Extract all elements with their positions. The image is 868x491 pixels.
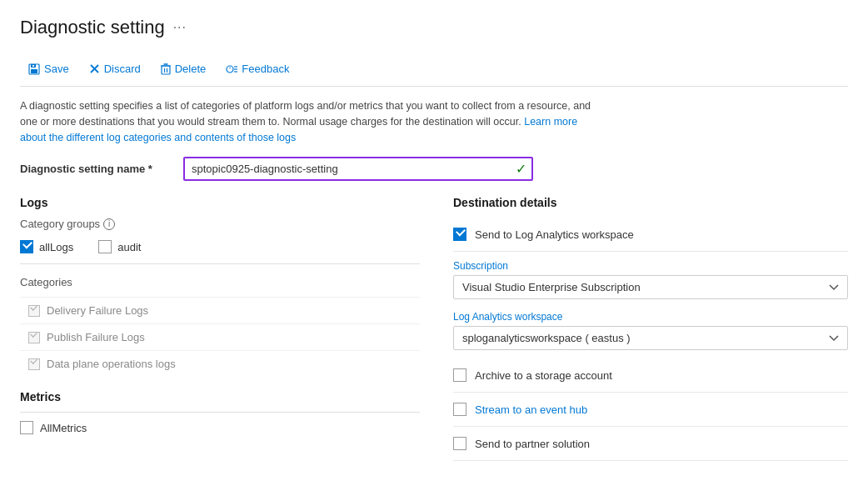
publish-failure-checkbox [28,332,40,343]
category-groups-text: Category groups [20,218,100,230]
allmetrics-label: AllMetrics [40,422,87,434]
subscription-fields: Subscription Visual Studio Enterprise Su… [453,252,848,303]
publish-failure-item: Publish Failure Logs [20,323,420,350]
delete-button[interactable]: Delete [152,58,215,79]
svg-rect-2 [31,69,37,73]
svg-rect-6 [162,66,170,74]
partner-label: Send to partner solution [475,438,590,450]
subscription-select[interactable]: Visual Studio Enterprise Subscription [453,275,848,299]
feedback-icon [226,63,237,75]
log-analytics-checkbox[interactable] [453,228,466,241]
metrics-section: Metrics AllMetrics [20,390,420,443]
feedback-label: Feedback [242,63,289,75]
title-ellipsis: ··· [173,20,187,35]
audit-label: audit [117,241,141,253]
audit-checkbox[interactable] [98,240,112,253]
alllogs-checkbox-item[interactable]: allLogs [20,240,73,253]
data-plane-checkbox [28,358,40,370]
toolbar: Save Discard Delete [20,52,848,87]
description-main: A diagnostic setting specifies a list of… [20,100,591,128]
category-groups-row: Category groups i [20,218,420,230]
delete-label: Delete [175,63,207,75]
discard-label: Discard [104,63,141,75]
svg-rect-3 [32,65,34,67]
data-plane-label: Data plane operations logs [47,358,176,370]
event-hub-checkbox[interactable] [453,403,466,416]
storage-label: Archive to a storage account [475,369,612,382]
partner-row: Send to partner solution [453,427,848,461]
data-plane-item: Data plane operations logs [20,350,420,377]
right-panel: Destination details Send to Log Analytic… [453,196,848,461]
info-icon[interactable]: i [103,218,115,230]
subscription-label: Subscription [453,260,848,272]
storage-row: Archive to a storage account [453,358,848,393]
save-button[interactable]: Save [20,58,77,79]
setting-name-input[interactable] [183,157,533,181]
divider-1 [20,263,420,264]
partner-checkbox[interactable] [453,437,466,450]
categories-title: Categories [20,276,420,288]
log-analytics-label: Send to Log Analytics workspace [475,228,634,241]
discard-button[interactable]: Discard [81,58,149,79]
storage-checkbox[interactable] [453,368,466,382]
workspace-label: Log Analytics workspace [453,311,848,323]
event-hub-row: Stream to an event hub [453,393,848,427]
setting-name-label: Diagnostic setting name * [20,163,170,175]
metrics-section-title: Metrics [20,390,420,403]
delivery-failure-item: Delivery Failure Logs [20,297,420,323]
workspace-select[interactable]: sploganalyticsworkspace ( eastus ) [453,326,848,350]
description-text: A diagnostic setting specifies a list of… [20,98,603,145]
workspace-select-wrapper: sploganalyticsworkspace ( eastus ) [453,326,848,350]
allmetrics-checkbox[interactable] [20,421,33,434]
subscription-select-wrapper: Visual Studio Enterprise Subscription [453,275,848,299]
delivery-failure-label: Delivery Failure Logs [47,304,148,317]
category-groups-label: Category groups i [20,218,115,230]
discard-icon [89,63,100,74]
valid-icon: ✓ [516,161,526,177]
delivery-failure-checkbox [28,305,40,317]
main-content: Logs Category groups i allLogs audit Cat… [20,196,848,461]
left-panel: Logs Category groups i allLogs audit Cat… [20,196,420,461]
delete-icon [161,63,171,75]
svg-point-12 [229,67,231,68]
workspace-fields: Log Analytics workspace sploganalyticswo… [453,303,848,358]
alllogs-label: allLogs [39,241,73,253]
feedback-button[interactable]: Feedback [217,58,297,79]
destination-section-title: Destination details [453,196,848,209]
event-hub-label[interactable]: Stream to an event hub [475,403,587,416]
page-title: Diagnostic setting ··· [20,17,848,38]
save-icon [28,63,40,75]
allmetrics-item: AllMetrics [20,412,420,443]
logs-section-title: Logs [20,196,420,209]
setting-name-wrapper: ✓ [183,157,533,181]
save-label: Save [44,63,69,75]
setting-name-row: Diagnostic setting name * ✓ [20,157,848,181]
publish-failure-label: Publish Failure Logs [47,331,145,343]
alllogs-checkbox[interactable] [20,240,33,253]
audit-checkbox-item[interactable]: audit [98,240,141,253]
svg-point-11 [227,66,233,73]
log-analytics-row: Send to Log Analytics workspace [453,218,848,252]
category-checkboxes-row: allLogs audit [20,240,420,253]
title-text: Diagnostic setting [20,17,165,38]
